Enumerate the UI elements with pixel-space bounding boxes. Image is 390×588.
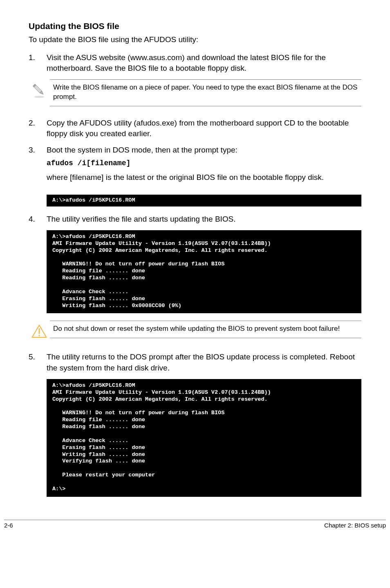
step-text: Visit the ASUS website (www.asus.com) an… [47, 52, 361, 74]
page-footer: 2-6 Chapter 2: BIOS setup [4, 520, 386, 535]
step-2: 2. Copy the AFUDOS utility (afudos.exe) … [29, 118, 361, 139]
svg-point-3 [34, 96, 45, 98]
step-number: 2. [29, 118, 47, 139]
command-explanation: where [filename] is the latest or the or… [47, 172, 361, 183]
terminal-output-2: A:\>afudos /iP5KPLC16.ROM AMI Firmware U… [47, 230, 361, 314]
intro-text: To update the BIOS file using the AFUDOS… [29, 34, 361, 45]
terminal-output-3: A:\>afudos /iP5KPLC16.ROM AMI Firmware U… [47, 379, 361, 497]
step-text: The utility verifies the file and starts… [47, 214, 361, 224]
step-1: 1. Visit the ASUS website (www.asus.com)… [29, 52, 361, 74]
chapter-label: Chapter 2: BIOS setup [324, 522, 386, 529]
step-3: 3. Boot the system in DOS mode, then at … [29, 145, 361, 189]
svg-point-6 [38, 335, 40, 337]
terminal-output-1: A:\>afudos /iP5KPLC16.ROM [47, 195, 361, 206]
note-box-pencil: Write the BIOS filename on a piece of pa… [29, 79, 361, 106]
command-text: afudos /i[filename] [47, 158, 361, 168]
step-text: Boot the system in DOS mode, then at the… [47, 146, 238, 154]
caution-icon [29, 321, 50, 340]
step-number: 3. [29, 145, 47, 189]
step-number: 5. [29, 352, 47, 373]
section-heading: Updating the BIOS file [29, 21, 361, 31]
note-text: Write the BIOS filename on a piece of pa… [50, 79, 361, 106]
step-text: The utility returns to the DOS prompt af… [47, 352, 361, 373]
caution-box: Do not shut down or reset the system whi… [29, 321, 361, 340]
caution-text: Do not shut down or reset the system whi… [50, 321, 361, 338]
step-4: 4. The utility verifies the file and sta… [29, 214, 361, 224]
step-number: 1. [29, 52, 47, 74]
page-number: 2-6 [4, 522, 13, 529]
pencil-icon [29, 79, 50, 99]
step-text: Copy the AFUDOS utility (afudos.exe) fro… [47, 118, 361, 139]
step-5: 5. The utility returns to the DOS prompt… [29, 352, 361, 373]
step-number: 4. [29, 214, 47, 224]
